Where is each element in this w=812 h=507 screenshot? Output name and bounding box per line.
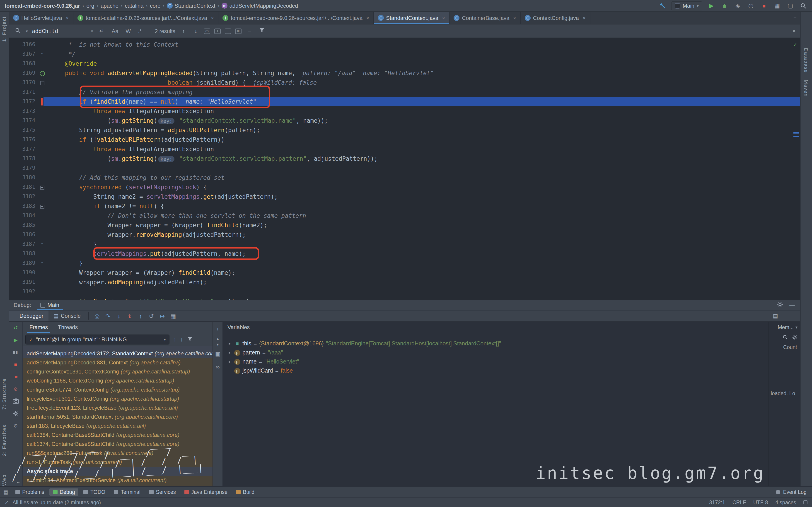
- variable-row-jspWildCard[interactable]: pjspWildCard = false: [223, 366, 768, 375]
- code-line[interactable]: 3192: [9, 287, 800, 296]
- show-execution-point-icon[interactable]: ◎: [92, 313, 102, 319]
- line-number[interactable]: 3191: [9, 278, 35, 287]
- breadcrumb-item[interactable]: CStandardContext: [167, 2, 215, 9]
- stack-frame[interactable]: startInternal:5051, StandardContext (org…: [23, 412, 212, 421]
- breadcrumb-item[interactable]: apache: [101, 2, 118, 9]
- fold-icon[interactable]: −: [40, 81, 44, 85]
- breadcrumb-item[interactable]: catalina: [125, 2, 144, 9]
- evaluate-expression-icon[interactable]: ▦: [168, 313, 179, 319]
- tab-debugger[interactable]: ≡ Debugger: [9, 311, 48, 322]
- code-line[interactable]: 3185 Wrapper wrapper = (Wrapper) findChi…: [9, 220, 800, 230]
- line-number[interactable]: 3167: [9, 49, 35, 59]
- variable-row-pattern[interactable]: ▸ppattern = "/aaa": [223, 348, 768, 357]
- search-history-chevron-icon[interactable]: ▾: [26, 29, 28, 33]
- code-line[interactable]: 3182 String name2 = servletMappings.get(…: [9, 192, 800, 202]
- line-number[interactable]: 3171: [9, 88, 35, 97]
- force-step-into-icon[interactable]: ↡: [124, 313, 135, 319]
- code-line[interactable]: 3171 // Validate the proposed mapping: [9, 88, 800, 97]
- line-number[interactable]: 3175: [9, 125, 35, 135]
- line-number[interactable]: 3177: [9, 145, 35, 154]
- code-line[interactable]: 3176 if (!validateURLPattern(adjustedPat…: [9, 135, 800, 145]
- line-number[interactable]: 3168: [9, 59, 35, 68]
- step-over-icon[interactable]: ↷: [102, 313, 113, 319]
- tab-ContextConfig.java[interactable]: CContextConfig.java×: [521, 12, 590, 24]
- breadcrumb-item[interactable]: core: [150, 2, 161, 9]
- stack-frame[interactable]: call:1384, ContainerBase$StartChild (org…: [23, 431, 212, 440]
- line-number[interactable]: 3183: [9, 202, 35, 211]
- code-line[interactable]: 3167^ */: [9, 49, 800, 59]
- frame-down-icon[interactable]: ↓: [180, 336, 183, 343]
- line-number[interactable]: 3172: [9, 97, 35, 106]
- thread-select[interactable]: ✓ "main"@1 in group "main": RUNNING ▾: [26, 335, 169, 344]
- code-line[interactable]: 3184 // Don't allow more than one servle…: [9, 211, 800, 220]
- toolwindow-Terminal[interactable]: Terminal: [110, 488, 144, 496]
- next-occurrence-icon[interactable]: ↓: [192, 27, 200, 35]
- line-number[interactable]: 3181: [9, 182, 35, 192]
- indent-style[interactable]: 4 spaces: [775, 500, 796, 505]
- line-number[interactable]: 3174: [9, 116, 35, 125]
- stack-frame[interactable]: fireLifecycleEvent:123, LifecycleBase (o…: [23, 403, 212, 412]
- inspections-ok-check-icon[interactable]: ✓: [794, 41, 797, 48]
- stop-button[interactable]: ■: [760, 2, 768, 10]
- code-line[interactable]: 3181− synchronized (servletMappingsLock)…: [9, 182, 800, 192]
- line-number[interactable]: 3188: [9, 249, 35, 259]
- tab-ContainerBase.java[interactable]: CContainerBase.java×: [450, 12, 521, 24]
- code-line[interactable]: 3175 String adjustedPattern = adjustURLP…: [9, 125, 800, 135]
- step-out-icon[interactable]: ↑: [135, 313, 146, 319]
- toolwindow-Services[interactable]: Services: [145, 488, 180, 496]
- run-configuration-select[interactable]: Main ▾: [671, 1, 702, 10]
- fold-end-icon[interactable]: ^: [41, 52, 44, 56]
- breadcrumb-item[interactable]: tomcat-embed-core-9.0.26.jar: [5, 2, 80, 9]
- line-number[interactable]: 3169: [9, 68, 35, 78]
- override-icon[interactable]: ↑: [40, 71, 45, 76]
- line-number[interactable]: 3176: [9, 135, 35, 145]
- line-number[interactable]: 3166: [9, 40, 35, 49]
- line-number[interactable]: 3184: [9, 211, 35, 220]
- search-options-icon[interactable]: ≡: [246, 27, 254, 35]
- breadcrumb-item[interactable]: org: [86, 2, 94, 9]
- stripe-button-Maven[interactable]: Maven: [803, 80, 809, 97]
- run-button[interactable]: ▶: [707, 2, 715, 10]
- line-number[interactable]: 3185: [9, 220, 35, 230]
- tab-HelloServlet.java[interactable]: CHelloServlet.java×: [9, 12, 73, 24]
- tab-tomcat-catalina-9.0.26-sources.jar!/.../Context.java[interactable]: Itomcat-catalina-9.0.26-sources.jar!/...…: [73, 12, 218, 24]
- toolwindow-TODO[interactable]: TODO: [80, 488, 109, 496]
- resume-icon[interactable]: ▶: [12, 336, 19, 344]
- line-number[interactable]: 3179: [9, 163, 35, 173]
- debug-settings-gear-icon[interactable]: [777, 301, 783, 309]
- stack-frame[interactable]: configureContext:1391, ContextConfig (or…: [23, 367, 212, 376]
- open-in-find-window-icon[interactable]: ▭: [204, 28, 210, 34]
- search-everywhere-icon[interactable]: [799, 2, 807, 10]
- move-up-icon[interactable]: ▴: [217, 336, 219, 341]
- code-line[interactable]: 3179: [9, 163, 800, 173]
- stack-frame[interactable]: configureStart:774, ContextConfig (org.a…: [23, 385, 212, 394]
- thread-dump-camera-icon[interactable]: [12, 397, 19, 405]
- code-line[interactable]: 3188 servletMappings.put(adjustedPattern…: [9, 249, 800, 259]
- memory-search-icon[interactable]: [782, 335, 788, 341]
- stack-frame[interactable]: run:-1, FutureTask (java.util.concurrent…: [23, 458, 212, 467]
- remove-occurrence-icon[interactable]: −: [225, 28, 231, 34]
- tab-close-icon[interactable]: ×: [513, 15, 516, 21]
- add-occurrence-icon[interactable]: +: [214, 28, 221, 34]
- code-line[interactable]: 3173 throw new IllegalArgumentException: [9, 106, 800, 116]
- code-editor[interactable]: 3166 * is not known to this Context3167^…: [9, 38, 800, 300]
- more-options-icon[interactable]: ≡: [783, 313, 786, 319]
- stack-frame[interactable]: startInternal:929, ContainerBase (org.ap…: [23, 485, 212, 486]
- line-number[interactable]: 3173: [9, 106, 35, 116]
- stripe-button-Web[interactable]: Web: [1, 474, 7, 486]
- add-watch-icon[interactable]: +: [216, 326, 219, 332]
- stripe-button-7: Structure[interactable]: 7: Structure: [1, 379, 7, 410]
- file-encoding[interactable]: UTF-8: [753, 500, 768, 505]
- filter-funnel-icon[interactable]: [258, 27, 266, 35]
- line-number[interactable]: 3190: [9, 268, 35, 278]
- fold-end-icon[interactable]: ^: [41, 261, 44, 266]
- line-number[interactable]: 3186: [9, 230, 35, 239]
- code-line-current[interactable]: 3172 if (findChild(name) == null) name: …: [9, 97, 800, 106]
- select-all-occurrences-icon[interactable]: ∗: [235, 28, 242, 34]
- code-line[interactable]: 3186 wrapper.removeMapping(adjustedPatte…: [9, 230, 800, 239]
- event-log-button[interactable]: Event Log: [783, 489, 807, 495]
- stack-frame[interactable]: addServletMappingDecoded:3172, StandardC…: [23, 349, 212, 358]
- toolwindow-Debug[interactable]: Debug: [49, 488, 79, 496]
- hide-frames-funnel-icon[interactable]: [187, 336, 193, 343]
- previous-occurrence-icon[interactable]: ↑: [180, 27, 188, 35]
